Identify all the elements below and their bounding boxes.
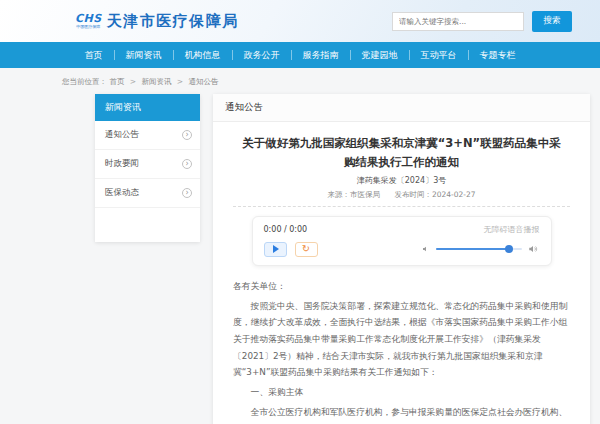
play-icon <box>273 245 279 253</box>
sidebar: 新闻资讯 通知公告 › 时政要闻 › 医保动态 › <box>95 94 200 242</box>
volume-control <box>422 244 540 254</box>
chs-logo: CHS 中国医疗保障 <box>75 13 102 29</box>
volume-fill <box>436 248 510 250</box>
sidebar-title: 新闻资讯 <box>95 94 200 121</box>
circle-arrow-icon: › <box>182 188 192 198</box>
nav-item-news[interactable]: 新闻资讯 <box>115 49 173 62</box>
article-body: 各有关单位： 按照党中央、国务院决策部署，探索建立规范化、常态化的药品集中采购和… <box>233 278 570 424</box>
nav-item-special-topics[interactable]: 专题专栏 <box>469 49 527 62</box>
chs-logo-text: CHS <box>75 13 102 24</box>
search-input[interactable] <box>392 12 524 31</box>
nav-item-party-building[interactable]: 党建园地 <box>351 49 409 62</box>
paragraph: 全市公立医疗机构和军队医疗机构，参与申报采购量的医保定点社会办医疗机构、医保定点… <box>233 404 570 424</box>
circle-arrow-icon: › <box>182 130 192 140</box>
content-card: 通知公告 关于做好第九批国家组织集采和京津冀“3+N”联盟药品集中采购结果执行工… <box>213 94 590 424</box>
search-button[interactable]: 搜索 <box>532 11 572 32</box>
speaker-high-icon <box>528 244 538 254</box>
paragraph: 按照党中央、国务院决策部署，探索建立规范化、常态化的药品集中采购和使用制度，继续… <box>233 298 570 382</box>
article-title: 关于做好第九批国家组织集采和京津冀“3+N”联盟药品集中采购结果执行工作的通知 <box>241 134 562 172</box>
nav-item-org-info[interactable]: 机构信息 <box>174 49 232 62</box>
content-layout: 新闻资讯 通知公告 › 时政要闻 › 医保动态 › 通知公告 关于做好 <box>95 94 590 424</box>
sidebar-item-label: 医保动态 <box>105 187 139 199</box>
page: CHS 中国医疗保障 天津市医疗保障局 搜索 首页 新闻资讯 机构信息 政务公开… <box>0 0 600 424</box>
sidebar-item-medicare-trends[interactable]: 医保动态 › <box>95 179 200 208</box>
replay-button[interactable]: ↻ <box>295 242 318 257</box>
sidebar-item-politics-news[interactable]: 时政要闻 › <box>95 150 200 179</box>
brand: CHS 中国医疗保障 天津市医疗保障局 <box>75 12 239 31</box>
top-header: CHS 中国医疗保障 天津市医疗保障局 搜索 <box>0 0 600 42</box>
nav-item-interaction[interactable]: 互动平台 <box>410 49 468 62</box>
breadcrumb: 您当前位置： 首页 > 新闻资讯 > 通知公告 <box>0 68 600 94</box>
breadcrumb-home[interactable]: 首页 <box>109 77 124 86</box>
volume-slider[interactable] <box>436 248 522 250</box>
speaker-low-icon <box>422 245 430 253</box>
divider <box>233 206 570 207</box>
article-meta: 来源：市医保局 发布时间：2024-02-27 <box>233 190 570 200</box>
main-nav: 首页 新闻资讯 机构信息 政务公开 服务指南 党建园地 互动平台 专题专栏 <box>0 42 600 68</box>
breadcrumb-news[interactable]: 新闻资讯 <box>141 77 171 86</box>
article: 关于做好第九批国家组织集采和京津冀“3+N”联盟药品集中采购结果执行工作的通知 … <box>213 122 590 424</box>
audio-player: 0:00 / 0:00 无障碍语音播报 ↻ <box>252 216 552 266</box>
breadcrumb-notices[interactable]: 通知公告 <box>189 77 219 86</box>
player-time: 0:00 / 0:00 <box>264 225 308 234</box>
breadcrumb-separator: > <box>177 77 183 86</box>
play-button[interactable] <box>264 242 287 257</box>
article-source: 来源：市医保局 <box>328 190 381 199</box>
nav-item-gov-affairs[interactable]: 政务公开 <box>233 49 291 62</box>
paragraph: 一、采购主体 <box>233 384 570 401</box>
doc-number: 津药集采发〔2024〕3号 <box>233 175 570 186</box>
sidebar-item-label: 时政要闻 <box>105 158 139 170</box>
chs-logo-subtext: 中国医疗保障 <box>76 25 100 29</box>
sidebar-item-label: 通知公告 <box>105 129 139 141</box>
nav-item-home[interactable]: 首页 <box>74 49 114 62</box>
nav-item-service-guide[interactable]: 服务指南 <box>292 49 350 62</box>
article-publish-time: 发布时间：2024-02-27 <box>394 190 475 199</box>
breadcrumb-separator: > <box>130 77 136 86</box>
player-label: 无障碍语音播报 <box>484 224 540 235</box>
section-title: 通知公告 <box>213 94 590 122</box>
volume-knob[interactable] <box>505 245 513 253</box>
breadcrumb-prefix: 您当前位置： <box>62 77 107 86</box>
sidebar-item-notices[interactable]: 通知公告 › <box>95 121 200 150</box>
site-title: 天津市医疗保障局 <box>107 12 239 31</box>
circle-arrow-icon: › <box>182 159 192 169</box>
paragraph: 各有关单位： <box>233 278 570 295</box>
replay-icon: ↻ <box>302 244 310 254</box>
search-bar: 搜索 <box>392 11 572 32</box>
sidebar-list: 通知公告 › 时政要闻 › 医保动态 › <box>95 121 200 208</box>
